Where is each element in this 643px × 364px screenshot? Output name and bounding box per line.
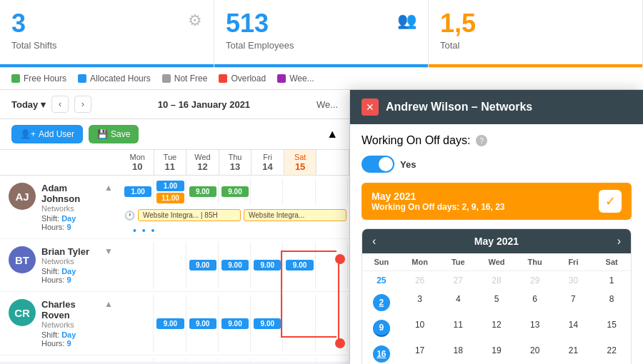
cal-cell[interactable]: 2 [362, 290, 401, 315]
day-sat: Sat15 [284, 150, 317, 175]
cal-cell[interactable]: 15 [592, 315, 631, 341]
emp-dept-charles: Networks [41, 320, 99, 329]
avatar-brian: BT [9, 246, 36, 273]
shift-cell-tue-adam[interactable]: 1.00 11.00 [155, 178, 186, 205]
red-indicator-bottom [335, 338, 345, 348]
cal-cell[interactable]: 26 [401, 271, 439, 290]
shift-grid-adam: 1.00 1.00 11.00 9.00 9.00 [121, 176, 349, 238]
shift-cells-chris: 9.00 9.00 9.00 9.00 [121, 355, 349, 362]
cal-header-sun: Sun [362, 253, 401, 271]
save-button[interactable]: 💾 Save [89, 125, 139, 143]
cal-cell[interactable]: 1 [592, 271, 631, 290]
emp-details-brian: Brian Tyler Networks Shift: Day Hours: 9 [41, 246, 99, 284]
mini-cal-next-button[interactable]: › [617, 235, 621, 248]
cal-cell[interactable]: 25 [362, 271, 401, 290]
shift-cell-fri-chris[interactable]: 9.00 [252, 358, 283, 362]
shift-cell-fri-charles[interactable]: 9.00 [252, 295, 283, 352]
shift-cell-thu-adam[interactable]: 9.00 [220, 178, 251, 205]
more-button[interactable]: • • • [124, 222, 164, 239]
cal-cell[interactable]: 30 [554, 271, 593, 290]
shift-cell-tue-chris[interactable]: 9.00 [155, 358, 186, 362]
shift-cell-thu-brian[interactable]: 9.00 [220, 242, 251, 288]
cal-cell[interactable]: 9 [362, 315, 401, 341]
cal-cell[interactable]: 22 [592, 341, 631, 364]
shift-cell-sat-adam[interactable] [284, 178, 315, 205]
cal-cell[interactable]: 10 [401, 315, 439, 341]
shift-cell-mon-charles[interactable] [123, 295, 154, 352]
left-panel: Today ▾ ‹ › 10 – 16 January 2021 We... 👤… [0, 90, 350, 362]
cal-cell[interactable]: 3 [401, 290, 439, 315]
save-label: Save [111, 129, 130, 139]
shift-cell-fri-brian[interactable]: 9.00 [252, 242, 283, 288]
cal-header-mon: Mon [401, 253, 439, 271]
cal-cell[interactable]: 14 [554, 315, 593, 341]
cal-cell[interactable]: 21 [554, 341, 593, 364]
overload-dot [219, 74, 227, 83]
cal-cell[interactable]: 16 [362, 341, 401, 364]
cal-cell[interactable]: 12 [477, 315, 516, 341]
shift-cell-tue-charles[interactable]: 9.00 [155, 295, 186, 352]
shift-cell-wed-brian[interactable]: 9.00 [188, 242, 219, 288]
cal-cell[interactable]: 8 [592, 290, 631, 315]
today-button[interactable]: Today ▾ [11, 99, 46, 110]
cal-cell[interactable]: 20 [516, 341, 554, 364]
cal-header-tue: Tue [439, 253, 477, 271]
legend-free-hours: Free Hours [11, 74, 66, 84]
shift-cell-thu-chris[interactable]: 9.00 [220, 358, 251, 362]
shift-cell-thu-charles[interactable]: 9.00 [220, 295, 251, 352]
toggle-switch[interactable] [362, 156, 394, 173]
cal-cell[interactable]: 19 [477, 341, 516, 364]
shift-cell-sat-brian[interactable]: 9.00 [284, 242, 315, 288]
cal-cell[interactable]: 18 [439, 341, 477, 364]
week-dot [277, 74, 286, 83]
cal-cell[interactable]: 27 [439, 271, 477, 290]
next-week-button[interactable]: › [74, 96, 91, 113]
shift-cell-tue-brian[interactable] [155, 242, 186, 288]
cal-cell[interactable]: 7 [554, 290, 593, 315]
modal-close-button[interactable]: ✕ [362, 98, 379, 116]
expand-brian[interactable]: ▼ [104, 246, 113, 256]
shift-cell-wed-chris[interactable]: 9.00 [188, 358, 219, 362]
shift-tag: 9.00 [189, 186, 216, 197]
legend-not-free: Not Free [162, 74, 208, 84]
cal-cell[interactable]: 4 [439, 290, 477, 315]
date-range: 10 – 16 January 2021 [158, 99, 250, 110]
shifts-icon: ⚙ [188, 11, 202, 30]
cal-cell[interactable]: 5 [477, 290, 516, 315]
table-row: CR Charles Roven Networks Shift: Day Hou… [0, 292, 349, 355]
collapse-icon[interactable]: ▲ [327, 128, 338, 141]
cal-cell[interactable]: 28 [477, 271, 516, 290]
expand-charles[interactable]: ▲ [104, 299, 113, 309]
info-bar-check-button[interactable]: ✓ [599, 190, 622, 213]
mini-cal-week4: 16 17 18 19 20 21 22 [362, 341, 631, 364]
mini-cal-prev-button[interactable]: ‹ [372, 235, 376, 248]
cal-header-wed: Wed [477, 253, 516, 271]
shift-cell-wed-adam[interactable]: 9.00 [188, 178, 219, 205]
add-user-icon: 👤+ [20, 129, 36, 139]
shift-tag: 9.00 [189, 260, 216, 271]
question-icon[interactable]: ? [476, 135, 487, 146]
shift-cell-wed-charles[interactable]: 9.00 [188, 295, 219, 352]
mini-cal-header: ‹ May 2021 › [362, 229, 631, 253]
action-bar: 👤+ Add User 💾 Save ▲ [0, 119, 349, 150]
calendar-header: Today ▾ ‹ › 10 – 16 January 2021 We... [0, 90, 349, 119]
cal-cell[interactable]: 29 [516, 271, 554, 290]
expand-adam[interactable]: ▲ [104, 183, 113, 193]
shift-cell-mon-brian[interactable] [123, 242, 154, 288]
cal-cell[interactable]: 11 [439, 315, 477, 341]
cal-cell[interactable]: 13 [516, 315, 554, 341]
cal-cell[interactable]: 6 [516, 290, 554, 315]
shift-cell-fri-adam[interactable] [252, 178, 283, 205]
cal-cell[interactable]: 17 [401, 341, 439, 364]
week-type-label: We... [316, 99, 338, 110]
shift-cell-mon-adam[interactable]: 1.00 [123, 178, 154, 205]
shift-cell-mon-chris[interactable] [123, 358, 154, 362]
add-user-button[interactable]: 👤+ Add User [11, 125, 83, 143]
shift-cell-sat-chris[interactable] [284, 358, 315, 362]
prev-week-button[interactable]: ‹ [51, 96, 69, 113]
shift-cell-sat-charles[interactable] [284, 295, 315, 352]
project-label2: Website Integra... [244, 209, 347, 221]
total-stat: 1,5 Total [429, 0, 643, 67]
not-free-label: Not Free [174, 74, 208, 84]
red-indicator-top [335, 254, 345, 264]
